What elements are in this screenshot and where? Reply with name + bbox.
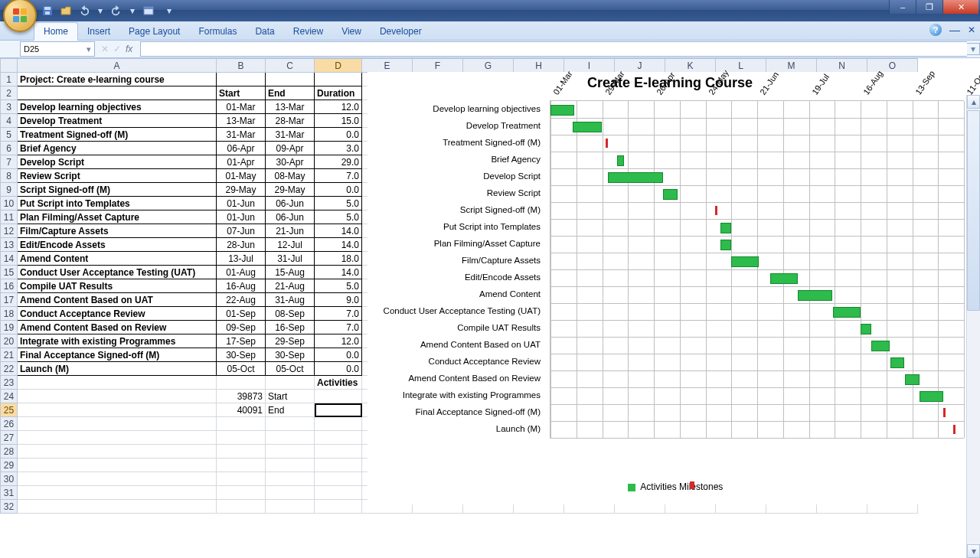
cell-C26[interactable] (266, 417, 315, 431)
row-header-3[interactable]: 3 (1, 100, 18, 114)
cell-C24[interactable]: Start (266, 390, 315, 403)
row-header-28[interactable]: 28 (1, 445, 18, 458)
cell-D23[interactable]: Activities (315, 376, 362, 390)
enter-formula-icon[interactable]: ✓ (113, 44, 121, 54)
cell-C5[interactable]: 31-Mar (266, 128, 315, 142)
name-box-dropdown-icon[interactable]: ▾ (87, 44, 91, 54)
cell-D12[interactable]: 14.0 (315, 224, 362, 238)
fx-icon[interactable]: fx (126, 44, 132, 54)
row-header-24[interactable]: 24 (1, 390, 18, 403)
workbook-close-icon[interactable]: ✕ (968, 24, 975, 35)
cell-A25[interactable] (18, 403, 217, 417)
cell-B17[interactable]: 22-Aug (217, 293, 266, 307)
scroll-down-icon[interactable]: ▾ (967, 544, 980, 558)
cell-C7[interactable]: 30-Apr (266, 155, 315, 169)
col-header-C[interactable]: C (266, 59, 315, 73)
cell-B26[interactable] (217, 417, 266, 431)
row-header-23[interactable]: 23 (1, 376, 18, 390)
row-header-18[interactable]: 18 (1, 307, 18, 321)
cell-D29[interactable] (315, 458, 362, 472)
row-header-31[interactable]: 31 (1, 486, 18, 500)
undo-icon[interactable] (78, 5, 90, 17)
cell-A28[interactable] (18, 445, 217, 458)
cell-A21[interactable]: Final Acceptance Signed-off (M) (18, 348, 217, 362)
cell-B1[interactable] (217, 73, 266, 86)
cell-B31[interactable] (217, 486, 266, 500)
cell-D7[interactable]: 29.0 (315, 155, 362, 169)
cell-C1[interactable] (266, 73, 315, 86)
cell-A32[interactable] (18, 500, 217, 514)
cell-B11[interactable]: 01-Jun (217, 210, 266, 224)
vertical-scrollbar[interactable]: ▴ ▾ (966, 95, 980, 558)
close-button[interactable]: ✕ (942, 0, 978, 14)
cell-B22[interactable]: 05-Oct (217, 362, 266, 376)
cell-D13[interactable]: 14.0 (315, 238, 362, 252)
cell-A23[interactable] (18, 376, 217, 390)
cell-C16[interactable]: 21-Aug (266, 279, 315, 293)
row-header-21[interactable]: 21 (1, 348, 18, 362)
redo-dropdown-icon[interactable]: ▾ (129, 5, 136, 17)
col-header-N[interactable]: N (817, 59, 867, 73)
cell-C10[interactable]: 06-Jun (266, 197, 315, 210)
cell-A13[interactable]: Edit/Encode Assets (18, 238, 217, 252)
cell-D1[interactable] (315, 73, 362, 86)
redo-icon[interactable] (110, 5, 122, 17)
formula-input[interactable] (140, 41, 967, 57)
tab-insert[interactable]: Insert (78, 23, 119, 40)
row-header-5[interactable]: 5 (1, 128, 18, 142)
row-header-17[interactable]: 17 (1, 293, 18, 307)
cell-C6[interactable]: 09-Apr (266, 142, 315, 155)
office-button[interactable] (3, 0, 37, 32)
row-header-8[interactable]: 8 (1, 169, 18, 183)
col-header-E[interactable]: E (362, 59, 413, 73)
cell-B30[interactable] (217, 472, 266, 486)
cell-D3[interactable]: 12.0 (315, 100, 362, 114)
cell-D20[interactable]: 12.0 (315, 334, 362, 348)
cell-C22[interactable]: 05-Oct (266, 362, 315, 376)
scroll-up-icon[interactable]: ▴ (967, 95, 980, 109)
cell-D28[interactable] (315, 445, 362, 458)
col-header-A[interactable]: A (18, 59, 217, 73)
tab-data[interactable]: Data (246, 23, 283, 40)
tab-review[interactable]: Review (284, 23, 332, 40)
row-header-15[interactable]: 15 (1, 266, 18, 279)
cell-D6[interactable]: 3.0 (315, 142, 362, 155)
cell-D32[interactable] (315, 500, 362, 514)
cell-C28[interactable] (266, 445, 315, 458)
cell-D27[interactable] (315, 431, 362, 445)
cell-B2[interactable]: Start (217, 86, 266, 100)
cell-B25[interactable]: 40091 (217, 403, 266, 417)
minimize-button[interactable]: – (889, 0, 916, 14)
cell-C8[interactable]: 08-May (266, 169, 315, 183)
cell-B8[interactable]: 01-May (217, 169, 266, 183)
cell-A8[interactable]: Review Script (18, 169, 217, 183)
col-header-D[interactable]: D (315, 59, 362, 73)
cell-B23[interactable] (217, 376, 266, 390)
cell-A2[interactable] (18, 86, 217, 100)
cell-A6[interactable]: Brief Agency (18, 142, 217, 155)
row-header-32[interactable]: 32 (1, 500, 18, 514)
tab-page-layout[interactable]: Page Layout (119, 23, 189, 40)
cell-C32[interactable] (266, 500, 315, 514)
cell-C27[interactable] (266, 431, 315, 445)
cell-B7[interactable]: 01-Apr (217, 155, 266, 169)
cell-A29[interactable] (18, 458, 217, 472)
name-box[interactable]: D25 ▾ (20, 41, 95, 57)
cell-A14[interactable]: Amend Content (18, 252, 217, 266)
cell-D16[interactable]: 5.0 (315, 279, 362, 293)
cell-A19[interactable]: Amend Content Based on Review (18, 321, 217, 334)
cell-A10[interactable]: Put Script into Templates (18, 197, 217, 210)
ribbon-minimize-icon[interactable]: — (949, 24, 960, 36)
cell-A7[interactable]: Develop Script (18, 155, 217, 169)
cell-B16[interactable]: 16-Aug (217, 279, 266, 293)
row-header-20[interactable]: 20 (1, 334, 18, 348)
cell-C30[interactable] (266, 472, 315, 486)
cell-D18[interactable]: 7.0 (315, 307, 362, 321)
cell-B18[interactable]: 01-Sep (217, 307, 266, 321)
col-header-G[interactable]: G (463, 59, 514, 73)
cell-D5[interactable]: 0.0 (315, 128, 362, 142)
cell-B24[interactable]: 39873 (217, 390, 266, 403)
maximize-button[interactable]: ❐ (916, 0, 942, 14)
cell-D14[interactable]: 18.0 (315, 252, 362, 266)
cell-B21[interactable]: 30-Sep (217, 348, 266, 362)
